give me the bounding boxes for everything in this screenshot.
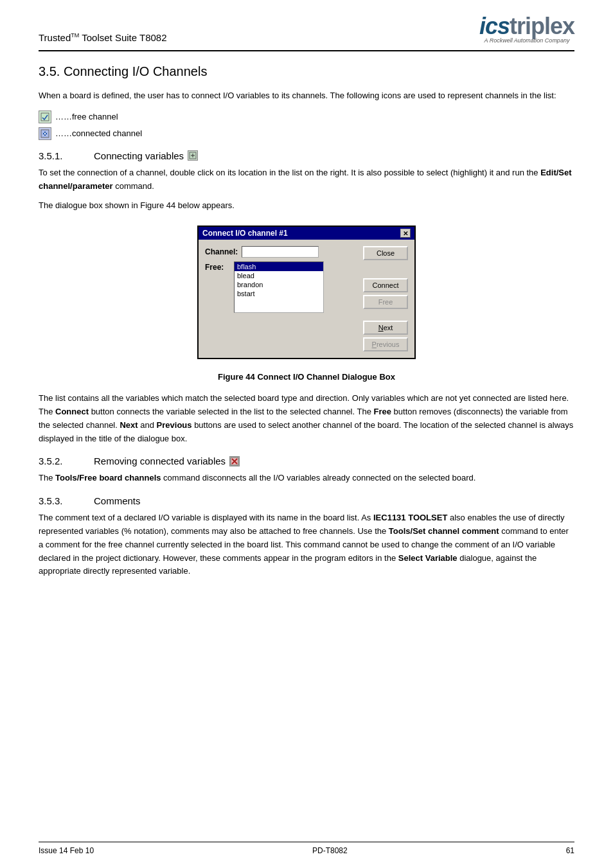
subsection-3-title-text: Comments bbox=[94, 495, 141, 506]
free-button[interactable]: Free bbox=[363, 295, 408, 309]
icon-list: ……free channel ……connected channel bbox=[39, 111, 574, 140]
free-channel-icon bbox=[39, 111, 51, 123]
channel-field: Channel: bbox=[205, 246, 357, 258]
previous-button[interactable]: Previous bbox=[363, 337, 408, 351]
dialog-container: Connect I/O channel #1 ✕ Channel: Free: … bbox=[39, 226, 574, 359]
svg-rect-0 bbox=[41, 113, 49, 121]
connect-io-dialog: Connect I/O channel #1 ✕ Channel: Free: … bbox=[197, 226, 416, 359]
logo: icstriplex bbox=[479, 13, 574, 40]
body-description: The list contains all the variables whic… bbox=[39, 392, 574, 445]
subsection-3-5-2-title: 3.5.2. Removing connected variables bbox=[39, 456, 574, 466]
subsection-3-number: 3.5.3. bbox=[39, 495, 90, 506]
subsection-3-5-1-title: 3.5.1. Connecting variables bbox=[39, 150, 574, 161]
list-item-blead[interactable]: blead bbox=[235, 271, 323, 280]
section-title: 3.5. Connecting I/O Channels bbox=[39, 64, 574, 79]
connect-button[interactable]: Connect bbox=[363, 278, 408, 292]
dialog-right-panel: Close Connect Free Next Previous bbox=[363, 246, 408, 351]
logo-triplex: triplex bbox=[510, 13, 574, 39]
footer-center: PD-T8082 bbox=[312, 846, 348, 855]
removing-variables-icon bbox=[229, 456, 240, 466]
subsection-2-body: The Tools/Free board channels command di… bbox=[39, 472, 574, 485]
footer-right: 61 bbox=[566, 846, 574, 855]
close-button[interactable]: Close bbox=[363, 246, 408, 260]
figure-caption: Figure 44 Connect I/O Channel Dialogue B… bbox=[39, 372, 574, 382]
dialog-x-button[interactable]: ✕ bbox=[400, 229, 411, 238]
connected-channel-icon bbox=[39, 127, 51, 140]
list-item-bflash[interactable]: bflash bbox=[235, 262, 323, 271]
free-label: Free: bbox=[205, 261, 234, 272]
subsection-1-body-1: To set the connection of a channel, doub… bbox=[39, 166, 574, 193]
list-item-brandon[interactable]: brandon bbox=[235, 280, 323, 289]
free-channel-label: ……free channel bbox=[55, 112, 118, 121]
connected-channel-item: ……connected channel bbox=[39, 127, 574, 140]
dialog-left-panel: Channel: Free: bflash blead brandon bsta… bbox=[205, 246, 357, 351]
dialog-titlebar: Connect I/O channel #1 ✕ bbox=[199, 227, 414, 240]
dialog-title: Connect I/O channel #1 bbox=[202, 229, 288, 238]
connecting-variables-icon bbox=[188, 150, 198, 161]
section-title-text: Connecting I/O Channels bbox=[64, 64, 207, 78]
logo-ics: ics bbox=[479, 13, 510, 39]
channel-label: Channel: bbox=[205, 247, 238, 256]
dialog-body: Channel: Free: bflash blead brandon bsta… bbox=[199, 240, 414, 358]
subsection-2-title-text: Removing connected variables bbox=[94, 456, 226, 466]
subsection-3-body: The comment text of a declared I/O varia… bbox=[39, 511, 574, 578]
free-channel-item: ……free channel bbox=[39, 111, 574, 123]
next-button[interactable]: Next bbox=[363, 321, 408, 335]
document-title: TrustedTM Toolset Suite T8082 bbox=[39, 13, 167, 43]
page-footer: Issue 14 Feb 10 PD-T8082 61 bbox=[39, 842, 574, 855]
subsection-1-number: 3.5.1. bbox=[39, 150, 90, 161]
section-number: 3.5. bbox=[39, 64, 60, 78]
free-variables-listbox[interactable]: bflash blead brandon bstart bbox=[234, 261, 324, 313]
logo-area: icstriplex A Rockwell Automation Company bbox=[479, 13, 574, 44]
connected-channel-label: ……connected channel bbox=[55, 128, 142, 138]
subsection-1-body-2: The dialogue box shown in Figure 44 belo… bbox=[39, 199, 574, 213]
section-intro: When a board is defined, the user has to… bbox=[39, 89, 574, 103]
page-header: TrustedTM Toolset Suite T8082 icstriplex… bbox=[39, 13, 574, 51]
subsection-3-5-3-title: 3.5.3. Comments bbox=[39, 495, 574, 506]
footer-left: Issue 14 Feb 10 bbox=[39, 846, 94, 855]
title-rest: Toolset Suite T8082 bbox=[79, 32, 166, 43]
list-item-bstart[interactable]: bstart bbox=[235, 289, 323, 298]
subsection-2-number: 3.5.2. bbox=[39, 456, 90, 466]
channel-input[interactable] bbox=[242, 246, 319, 258]
logo-subtitle: A Rockwell Automation Company bbox=[479, 37, 574, 44]
page: TrustedTM Toolset Suite T8082 icstriplex… bbox=[0, 0, 613, 868]
title-sup: TM bbox=[71, 32, 79, 39]
free-list-row: Free: bflash blead brandon bstart bbox=[205, 261, 357, 313]
title-text: Trusted bbox=[39, 32, 71, 43]
subsection-1-title-text: Connecting variables bbox=[94, 150, 184, 161]
